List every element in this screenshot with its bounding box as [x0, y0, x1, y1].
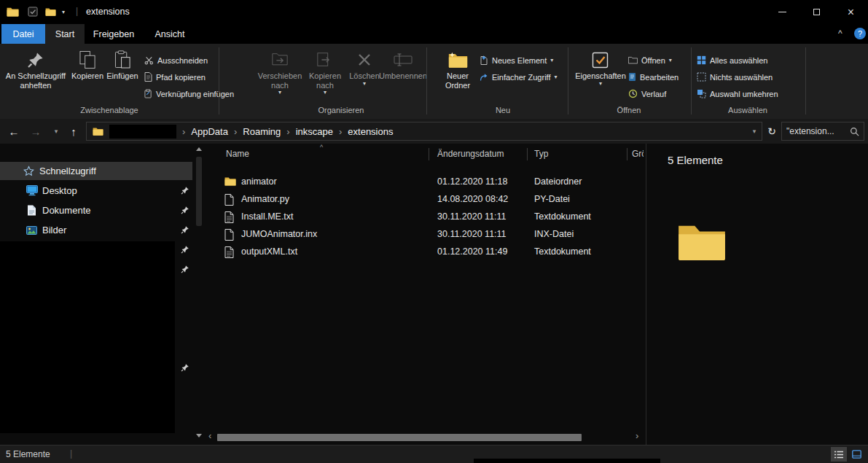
- pin-icon[interactable]: [181, 265, 189, 273]
- pin-to-quick-access-button[interactable]: An Schnellzugriff anheften: [3, 46, 69, 90]
- tab-freigeben[interactable]: Freigeben: [85, 24, 143, 44]
- help-icon[interactable]: ?: [854, 28, 866, 39]
- pin-to-quick-access-label: An Schnellzugriff anheften: [3, 71, 69, 90]
- pin-icon: [27, 48, 44, 71]
- copy-icon: [79, 48, 96, 71]
- ribbon-collapse-icon[interactable]: ^: [838, 28, 842, 39]
- search-input[interactable]: [786, 126, 847, 136]
- tab-datei[interactable]: Datei: [1, 24, 45, 44]
- file-row-jumoanimator[interactable]: JUMOAnimator.inx 30.11.2020 11:11 INX-Da…: [206, 226, 636, 244]
- search-icon[interactable]: [850, 127, 859, 136]
- easy-access-caret-icon: ▾: [555, 74, 558, 80]
- pin-icon[interactable]: [181, 225, 189, 234]
- sidebar-item-bilder[interactable]: Bilder: [0, 221, 192, 239]
- scroll-right-icon[interactable]: ›: [636, 430, 638, 441]
- scrollbar-thumb[interactable]: [196, 157, 202, 226]
- close-button[interactable]: ×: [834, 0, 868, 24]
- breadcrumb-item-extensions[interactable]: extensions: [348, 126, 393, 137]
- pictures-icon: [26, 226, 37, 235]
- sidebar-scrollbar[interactable]: [193, 144, 206, 445]
- move-to-button[interactable]: Verschieben nach ▾: [257, 46, 303, 96]
- open-button[interactable]: Öffnen ▾: [628, 52, 672, 68]
- column-divider[interactable]: [627, 148, 627, 160]
- select-none-button[interactable]: Nichts auswählen: [697, 69, 773, 85]
- paste-shortcut-label: Verknüpfung einfügen: [156, 90, 234, 98]
- redacted-user-path: [109, 125, 176, 139]
- up-button[interactable]: ↑: [64, 119, 83, 144]
- sidebar-item-dokumente[interactable]: Dokumente: [0, 201, 192, 219]
- address-dropdown-chevron-icon[interactable]: ▾: [745, 119, 764, 144]
- file-type: Textdokument: [534, 211, 591, 222]
- breadcrumb[interactable]: › AppData › Roaming › inkscape › extensi…: [86, 122, 762, 141]
- file-row-outputxml[interactable]: outputXML.txt 01.12.2020 11:49 Textdokum…: [206, 244, 636, 261]
- properties-button[interactable]: Eigenschaften ▾: [575, 46, 626, 87]
- open-caret-icon: ▾: [669, 58, 672, 63]
- scroll-down-icon[interactable]: [196, 434, 202, 437]
- column-divider[interactable]: [429, 148, 429, 160]
- column-header-size[interactable]: Größe: [632, 149, 644, 159]
- copy-to-button[interactable]: Kopieren nach ▾: [305, 46, 345, 96]
- tab-start[interactable]: Start: [45, 24, 85, 44]
- easy-access-button[interactable]: Einfacher Zugriff ▾: [480, 69, 558, 85]
- refresh-button[interactable]: ↻: [762, 119, 781, 144]
- file-list: ^ Name Änderungsdatum Typ Größe animator…: [206, 144, 645, 445]
- sidebar-item-label: Desktop: [42, 185, 77, 196]
- paste-button[interactable]: Einfügen: [105, 46, 140, 81]
- scroll-up-icon[interactable]: [196, 147, 202, 151]
- back-button[interactable]: ←: [4, 119, 23, 144]
- properties-icon: [591, 48, 610, 71]
- ribbon-separator: [568, 47, 568, 114]
- column-header-type[interactable]: Typ: [534, 149, 548, 159]
- sidebar-item-desktop[interactable]: Desktop: [0, 182, 192, 200]
- tab-ansicht[interactable]: Ansicht: [143, 24, 197, 44]
- column-header-date[interactable]: Änderungsdatum: [437, 149, 504, 159]
- horizontal-scrollbar-thumb[interactable]: [217, 434, 582, 441]
- paste-shortcut-icon: [144, 89, 152, 98]
- history-button[interactable]: Verlauf: [628, 86, 666, 101]
- search-box[interactable]: [781, 122, 864, 141]
- properties-caret-icon: ▾: [599, 81, 602, 87]
- maximize-button[interactable]: [799, 0, 834, 24]
- paste-shortcut-button[interactable]: Verknüpfung einfügen: [144, 86, 234, 101]
- new-folder-button[interactable]: Neuer Ordner: [439, 46, 476, 90]
- delete-button[interactable]: Löschen ▾: [348, 46, 380, 87]
- rename-button[interactable]: Umbenennen: [379, 46, 427, 81]
- preview-folder-icon: [677, 221, 727, 262]
- file-row-animator-py[interactable]: Animator.py 14.08.2020 08:42 PY-Datei: [206, 191, 636, 209]
- breadcrumb-item-inkscape[interactable]: inkscape: [296, 126, 333, 137]
- scissors-icon: [144, 56, 154, 65]
- file-row-animator[interactable]: animator 01.12.2020 11:18 Dateiordner: [206, 174, 636, 191]
- cut-button[interactable]: Ausschneiden: [144, 52, 208, 68]
- recent-locations-chevron-icon[interactable]: ▾: [47, 119, 66, 144]
- new-item-button[interactable]: Neues Element ▾: [480, 52, 553, 68]
- status-separator: |: [70, 448, 72, 459]
- edit-button[interactable]: Bearbeiten: [628, 69, 679, 85]
- move-to-caret-icon: ▾: [278, 90, 281, 96]
- qat-new-folder-icon[interactable]: [45, 7, 56, 16]
- scroll-left-icon[interactable]: ‹: [208, 430, 211, 441]
- breadcrumb-item-roaming[interactable]: Roaming: [243, 126, 281, 137]
- forward-button[interactable]: →: [26, 119, 45, 144]
- pin-icon[interactable]: [181, 363, 189, 372]
- file-name: Install.ME.txt: [241, 211, 294, 222]
- window-title: extensions: [86, 7, 130, 17]
- select-all-button[interactable]: Alles auswählen: [697, 52, 768, 68]
- view-thumbnails-button[interactable]: [848, 447, 864, 462]
- copy-path-button[interactable]: Pfad kopieren: [144, 69, 206, 85]
- new-item-label: Neues Element: [492, 56, 547, 65]
- pin-icon[interactable]: [181, 245, 189, 254]
- column-header-name[interactable]: Name: [226, 149, 249, 159]
- sidebar-item-quick-access[interactable]: Schnellzugriff: [0, 162, 192, 180]
- sort-ascending-icon: ^: [320, 144, 323, 151]
- invert-selection-button[interactable]: Auswahl umkehren: [697, 86, 778, 101]
- file-row-install-me[interactable]: Install.ME.txt 30.11.2020 11:11 Textdoku…: [206, 209, 636, 226]
- breadcrumb-item-appdata[interactable]: AppData: [191, 126, 228, 137]
- minimize-button[interactable]: [765, 0, 799, 24]
- pin-icon[interactable]: [181, 206, 189, 214]
- qat-customize-chevron-icon[interactable]: ▾: [62, 9, 65, 15]
- copy-button[interactable]: Kopieren: [71, 46, 103, 81]
- column-divider[interactable]: [527, 148, 528, 160]
- qat-properties-icon[interactable]: [28, 7, 38, 17]
- pin-icon[interactable]: [181, 186, 189, 195]
- view-details-button[interactable]: [831, 447, 847, 462]
